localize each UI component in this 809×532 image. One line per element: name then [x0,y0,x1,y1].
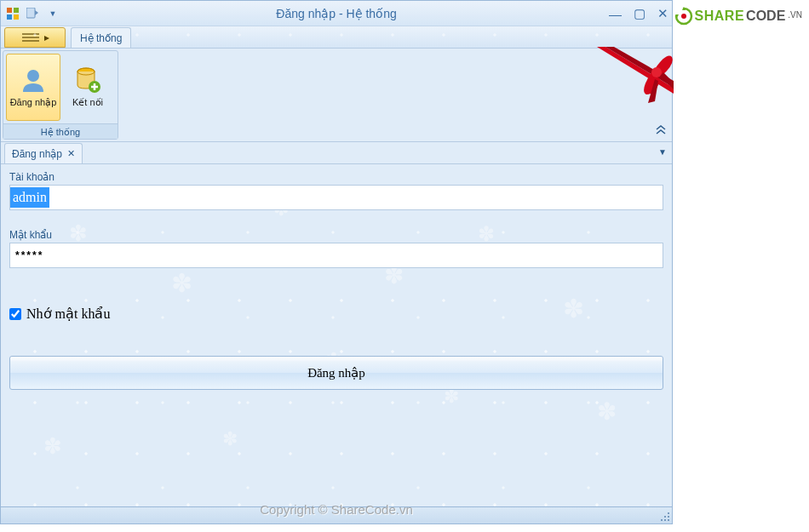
username-input[interactable]: admin [9,185,663,210]
sharecode-logo: SHARECODE.VN [674,7,802,26]
svg-point-29 [668,512,669,514]
doc-tab-close-icon[interactable]: ✕ [67,148,75,159]
ribbon-btn-login[interactable]: Đăng nhập [6,54,60,121]
logo-vn-text: .VN [788,10,802,20]
password-input[interactable] [9,243,663,268]
svg-point-37 [681,14,686,19]
database-plus-icon [74,66,101,94]
snow-background-content: ✽ ✽ ✽ ✽ ✽ ✽ ✽ ✽ ✽ ✽ ✽ ✽ [1,164,672,506]
doc-tab-label: Đăng nhập [12,148,62,160]
quick-access-toolbar: ▼ [23,5,62,22]
username-value: admin [10,187,49,208]
svg-text:✽: ✽ [597,398,617,425]
qat-dropdown-icon[interactable] [23,5,42,22]
titlebar: ▼ Đăng nhập - Hệ thống — ▢ ✕ [1,1,672,26]
svg-marker-9 [44,36,49,41]
logo-share-text: SHARE [695,9,745,24]
remember-password-label: Nhớ mật khẩu [26,306,110,322]
ribbon-btn-connect[interactable]: Kết nối [60,54,115,121]
statusbar [1,506,672,523]
ribbon-collapse-icon[interactable] [655,125,667,138]
app-window: ▼ Đăng nhập - Hệ thống — ▢ ✕ Hệ thống [0,0,673,524]
svg-marker-5 [35,10,38,15]
doc-tab-login[interactable]: Đăng nhập ✕ [4,143,83,163]
document-tab-strip: Đăng nhập ✕ ▼ [1,142,672,164]
ribbon-group-label: Hệ thống [3,123,118,139]
minimize-button[interactable]: — [609,7,622,21]
password-label: Mật khẩu [9,229,663,241]
maximize-button[interactable]: ▢ [634,6,645,21]
svg-rect-3 [14,14,19,20]
login-form: ✽ ✽ ✽ ✽ ✽ ✽ ✽ ✽ ✽ ✽ ✽ ✽ Tài khoản admin … [1,164,672,506]
size-grip-icon[interactable] [658,510,670,522]
tab-system[interactable]: Hệ thống [71,27,131,48]
ribbon-btn-connect-label: Kết nối [72,97,103,107]
remember-password-checkbox[interactable] [9,308,21,320]
ribbon-group-system: Đăng nhập Kết nối Hệ thống [3,50,118,140]
svg-point-30 [664,516,666,518]
file-tab-icon [20,31,49,43]
svg-point-33 [664,519,666,521]
window-title: Đăng nhập - Hệ thống [1,7,672,20]
svg-rect-1 [14,8,19,13]
app-icon [6,7,20,20]
qat-caret-icon[interactable]: ▼ [43,5,62,22]
svg-text:✽: ✽ [43,433,62,459]
svg-rect-0 [7,8,12,13]
doc-tab-menu-icon[interactable]: ▼ [658,147,667,157]
ribbon-body: Đăng nhập Kết nối Hệ thống [1,49,672,142]
sharecode-logo-icon [674,7,693,26]
svg-point-10 [27,70,39,82]
user-icon [20,66,47,94]
close-button[interactable]: ✕ [657,6,668,21]
svg-point-16 [651,67,662,77]
svg-rect-2 [7,14,12,20]
logo-code-text: CODE [746,9,785,24]
decorative-bow-icon [571,47,674,123]
ribbon-tab-strip: Hệ thống [1,26,672,49]
svg-point-31 [668,516,669,518]
ribbon-btn-login-label: Đăng nhập [10,97,57,107]
login-button[interactable]: Đăng nhập [9,356,663,390]
svg-point-32 [661,519,663,521]
svg-point-34 [668,519,669,521]
file-tab[interactable] [4,27,66,48]
svg-text:✽: ✽ [222,428,238,449]
svg-rect-4 [26,8,35,18]
window-controls: — ▢ ✕ [609,1,668,26]
remember-password-row[interactable]: Nhớ mật khẩu [9,306,663,322]
username-label: Tài khoản [9,171,663,183]
svg-marker-36 [682,7,686,10]
svg-marker-35 [675,14,679,18]
